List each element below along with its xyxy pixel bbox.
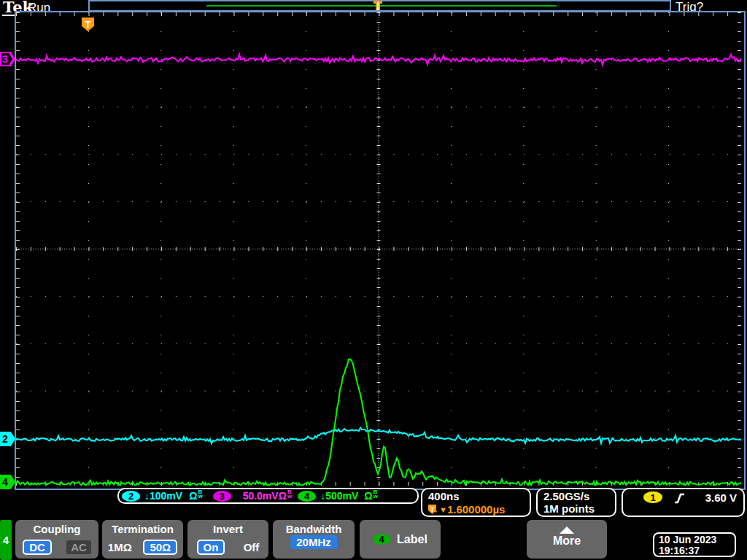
label-button[interactable]: 4 Label bbox=[360, 520, 441, 559]
coupling-button[interactable]: Coupling DC AC bbox=[15, 520, 98, 559]
channel-readouts: 2 ↓100mV Ω Bw 3 50.0mV Ω Bw 4 ↓500mV Ω B… bbox=[117, 488, 419, 504]
ch3-bw-limit-icon: Bw bbox=[287, 490, 292, 499]
ch4-scale: ↓500mV bbox=[320, 490, 358, 502]
trigger-level: 3.60 V bbox=[705, 491, 743, 504]
waveform-display bbox=[16, 12, 741, 486]
trigger-readout: 1 3.60 V bbox=[622, 488, 745, 517]
more-up-arrow-icon bbox=[560, 526, 574, 534]
invert-button[interactable]: Invert On Off bbox=[187, 520, 268, 559]
termination-button[interactable]: Termination 1MΩ 50Ω bbox=[102, 520, 183, 559]
acquisition-readout: 2.50GS/s 1M points bbox=[536, 488, 616, 517]
channel-3-marker: 3 bbox=[0, 52, 15, 66]
delay-value: 1.600000µs bbox=[447, 503, 506, 516]
label-channel-badge: 4 bbox=[373, 534, 390, 545]
ch3-badge: 3 bbox=[213, 491, 231, 502]
graticule bbox=[15, 11, 746, 490]
invert-on-option[interactable]: On bbox=[197, 540, 225, 555]
ch3-scale: 50.0mV bbox=[243, 490, 279, 502]
time: 19:16:37 bbox=[659, 545, 735, 556]
ch4-badge: 4 bbox=[298, 491, 316, 502]
ch2-scale: ↓100mV bbox=[144, 490, 182, 502]
invert-off-option[interactable]: Off bbox=[244, 541, 260, 553]
record-length: 1M points bbox=[543, 502, 615, 515]
datetime-display: 10 Jun 2023 19:16:37 bbox=[653, 532, 736, 557]
record-trigger-marker-icon bbox=[374, 1, 382, 10]
ch2-badge: 2 bbox=[122, 491, 140, 502]
coupling-ac-option[interactable]: AC bbox=[66, 540, 91, 554]
sample-rate: 2.50GS/s bbox=[543, 490, 615, 502]
ch2-bw-limit-icon: Bw bbox=[198, 490, 202, 499]
bandwidth-button[interactable]: Bandwidth 20MHz bbox=[273, 520, 355, 559]
menu-channel-tab: 4 bbox=[0, 520, 12, 560]
coupling-dc-option[interactable]: DC bbox=[23, 540, 52, 555]
record-view-bar bbox=[88, 0, 671, 12]
trigger-source-badge: 1 bbox=[643, 491, 662, 503]
ch4-bw-limit-icon: Bw bbox=[374, 490, 378, 499]
delay-marker-icon: ▼ bbox=[439, 505, 447, 514]
date: 10 Jun 2023 bbox=[659, 534, 735, 545]
ch3-impedance: Ω bbox=[279, 490, 287, 502]
timebase-readout: 400ns T → ▼ 1.600000µs bbox=[421, 488, 531, 517]
more-button[interactable]: More bbox=[527, 520, 607, 559]
termination-1m-option[interactable]: 1MΩ bbox=[108, 541, 132, 553]
ch4-impedance: Ω bbox=[364, 490, 372, 502]
termination-50-option[interactable]: 50Ω bbox=[143, 540, 177, 555]
timebase-scale: 400ns bbox=[428, 490, 530, 502]
channel-4-marker: 4 bbox=[0, 475, 15, 489]
delay-readout: T → ▼ 1.600000µs bbox=[428, 503, 530, 516]
bandwidth-value-option[interactable]: 20MHz bbox=[290, 535, 337, 549]
channel-2-marker: 2 bbox=[0, 432, 15, 446]
ch2-impedance: Ω bbox=[189, 490, 197, 502]
rising-edge-icon bbox=[674, 492, 685, 505]
oscilloscope-screen: Tek Run Trig? T 3 2 4 2 ↓100mV Ω Bw 3 50… bbox=[0, 0, 747, 560]
